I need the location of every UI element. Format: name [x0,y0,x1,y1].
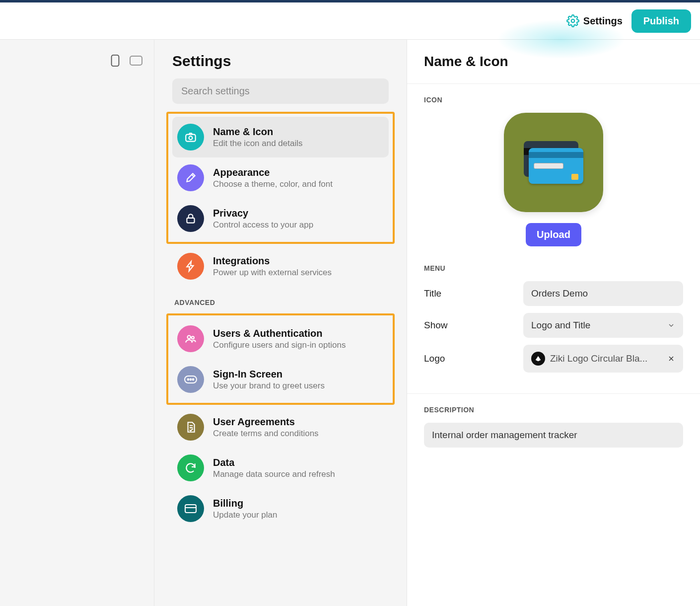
svg-point-11 [193,379,194,380]
menu-item-billing[interactable]: Billing Update your plan [172,488,389,529]
brush-icon [177,164,204,191]
description-input[interactable] [424,423,683,448]
svg-rect-12 [185,505,196,513]
logo-filename: Ziki Logo Circular Bla... [550,353,662,364]
menu-item-desc: Create terms and conditions [213,429,319,439]
document-icon [177,414,204,441]
svg-point-10 [190,379,192,380]
svg-point-6 [188,336,191,339]
menu-item-title: Sign-In Screen [213,369,325,380]
menu-item-desc: Update your plan [213,510,277,520]
refresh-icon [177,454,204,481]
topbar: Settings Publish [0,2,700,40]
menu-item-data[interactable]: Data Manage data source and refresh [172,448,389,488]
publish-button[interactable]: Publish [631,9,691,33]
desktop-preview-toggle[interactable] [129,54,143,68]
menu-item-appearance[interactable]: Appearance Choose a theme, color, and fo… [172,157,389,198]
field-label-show: Show [424,320,523,331]
menu-item-desc: Power up with external services [213,268,332,278]
svg-point-7 [192,336,194,339]
section-label-icon: ICON [424,96,683,104]
svg-point-4 [189,136,193,140]
svg-rect-2 [130,56,142,65]
menu-item-title: Users & Authentication [213,328,346,339]
credit-card-icon [524,141,583,184]
app-icon-preview [504,113,603,212]
menu-item-agreements[interactable]: User Agreements Create terms and conditi… [172,407,389,448]
show-select[interactable]: Logo and Title [523,313,683,338]
detail-header: Name & Icon [407,40,700,84]
svg-rect-1 [112,55,119,66]
menu-item-name-icon[interactable]: Name & Icon Edit the icon and details [172,117,389,157]
menu-item-integrations[interactable]: Integrations Power up with external serv… [172,246,389,287]
menu-item-title: Appearance [213,167,333,178]
lock-icon [177,205,204,232]
left-gutter [0,40,154,606]
menu-item-title: Billing [213,498,277,509]
logo-picker[interactable]: Ziki Logo Circular Bla... [523,345,683,373]
gear-icon [566,14,579,27]
menu-item-users-auth[interactable]: Users & Authentication Configure users a… [172,318,389,359]
mobile-preview-toggle[interactable] [108,54,122,68]
svg-rect-3 [186,135,196,142]
menu-item-desc: Configure users and sign-in options [213,340,346,350]
highlight-group-1: Name & Icon Edit the icon and details Ap… [166,112,395,244]
clear-logo-button[interactable] [667,355,675,363]
highlight-group-2: Users & Authentication Configure users a… [166,313,395,405]
description-section: DESCRIPTION [407,394,700,454]
menu-item-title: Privacy [213,208,313,219]
menu-item-desc: Control access to your app [213,220,313,230]
menu-item-title: Name & Icon [213,126,303,138]
svg-point-9 [188,379,189,380]
settings-title: Settings [154,53,407,78]
title-input[interactable] [523,281,683,306]
upload-button[interactable]: Upload [526,223,581,246]
section-label-menu: MENU [424,264,683,272]
settings-label: Settings [583,15,623,27]
menu-item-desc: Manage data source and refresh [213,469,335,479]
svg-point-0 [571,19,575,23]
camera-icon [177,124,204,151]
card-icon [177,495,204,522]
settings-panel: Settings Name & Icon Edit the icon and d… [154,40,407,606]
menu-item-title: User Agreements [213,416,319,428]
search-input[interactable] [172,78,389,104]
users-icon [177,325,204,352]
section-label-advanced: ADVANCED [172,287,389,311]
menu-item-desc: Use your brand to greet users [213,381,325,391]
logo-thumbnail [531,352,545,366]
field-label-title: Title [424,288,523,299]
menu-section: MENU Title Show Logo and Title [407,252,700,394]
bolt-icon [177,253,204,280]
icon-section: ICON Upload [407,84,700,252]
show-select-value: Logo and Title [531,320,590,331]
svg-rect-5 [187,218,194,223]
settings-button[interactable]: Settings [566,14,623,27]
detail-panel: Name & Icon ICON Upload MENU Title [407,40,700,606]
workspace: Settings Name & Icon Edit the icon and d… [0,40,700,606]
menu-item-privacy[interactable]: Privacy Control access to your app [172,198,389,239]
detail-title: Name & Icon [424,54,683,70]
menu-item-desc: Edit the icon and details [213,139,303,149]
chevron-down-icon [667,321,675,329]
field-label-logo: Logo [424,353,523,364]
section-label-description: DESCRIPTION [424,406,683,414]
menu-item-signin[interactable]: Sign-In Screen Use your brand to greet u… [172,359,389,400]
menu-item-desc: Choose a theme, color, and font [213,179,333,189]
password-icon [177,366,204,393]
menu-item-title: Data [213,457,335,468]
menu-item-title: Integrations [213,255,332,267]
